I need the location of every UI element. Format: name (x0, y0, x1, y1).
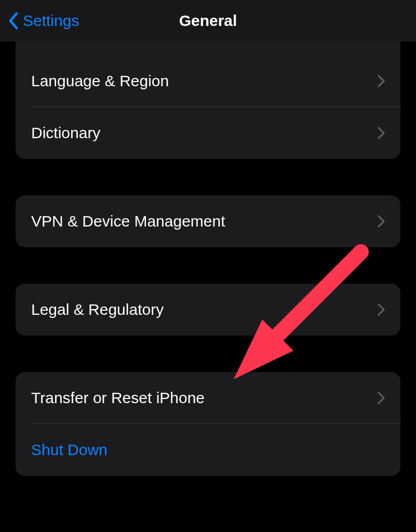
settings-group-reset-shutdown: Transfer or Reset iPhone Shut Down (16, 372, 400, 476)
chevron-right-icon (378, 392, 385, 404)
settings-group-lang-dict: Language & Region Dictionary (16, 42, 400, 159)
row-label: Dictionary (31, 124, 100, 142)
row-language-region[interactable]: Language & Region (16, 55, 400, 107)
settings-group-vpn: VPN & Device Management (16, 195, 400, 247)
row-label: Language & Region (31, 72, 169, 90)
row-vpn-device-management[interactable]: VPN & Device Management (16, 195, 400, 247)
back-button[interactable]: Settings (6, 12, 79, 30)
settings-group-legal: Legal & Regulatory (16, 284, 400, 336)
navigation-bar: Settings General (0, 0, 416, 42)
group-continuation-spacer (16, 42, 400, 55)
back-label: Settings (23, 12, 79, 30)
row-label: Transfer or Reset iPhone (31, 389, 205, 407)
row-shut-down[interactable]: Shut Down (16, 424, 400, 476)
chevron-right-icon (378, 75, 385, 87)
page-title: General (179, 12, 237, 30)
row-dictionary[interactable]: Dictionary (16, 107, 400, 159)
chevron-left-icon (8, 12, 19, 30)
row-transfer-reset[interactable]: Transfer or Reset iPhone (16, 372, 400, 424)
chevron-right-icon (378, 303, 385, 316)
row-legal-regulatory[interactable]: Legal & Regulatory (16, 284, 400, 336)
row-label: Shut Down (31, 441, 108, 459)
row-label: VPN & Device Management (31, 212, 225, 230)
settings-content: Language & Region Dictionary VPN & Devic… (0, 42, 416, 476)
chevron-right-icon (378, 215, 385, 228)
chevron-right-icon (378, 127, 385, 139)
row-label: Legal & Regulatory (31, 301, 164, 318)
